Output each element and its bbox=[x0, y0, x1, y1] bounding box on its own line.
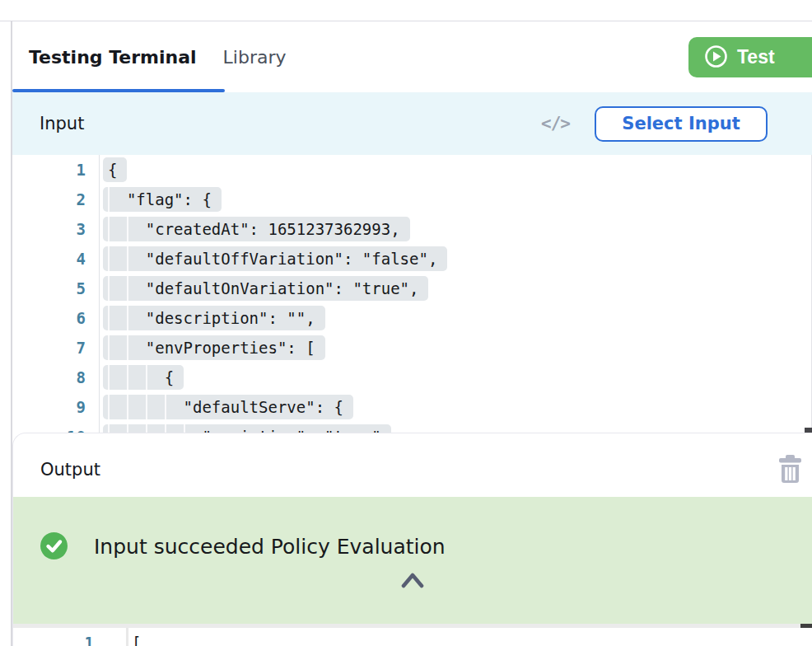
test-button-label: Test bbox=[737, 46, 775, 68]
code-line[interactable]: 10 "variation": "true" bbox=[12, 422, 811, 433]
line-number: 1 bbox=[77, 161, 86, 179]
editor-gutter: 5 bbox=[12, 274, 100, 303]
code-brackets-icon[interactable]: </> bbox=[541, 114, 570, 133]
editor-gutter: 1 bbox=[26, 628, 128, 646]
editor-gutter: 7 bbox=[12, 333, 100, 363]
code-line-content[interactable]: { bbox=[100, 155, 811, 185]
code-line-content[interactable]: { bbox=[100, 363, 811, 392]
code-text: { bbox=[100, 161, 117, 179]
testing-terminal-page: Testing Terminal Library Test Input </> … bbox=[0, 0, 812, 646]
editor-gutter: 1 bbox=[12, 155, 100, 185]
code-line[interactable]: 7 "envProperties": [ bbox=[12, 333, 811, 363]
chevron-up-icon[interactable] bbox=[399, 569, 427, 592]
code-text: "envProperties": [ bbox=[100, 339, 315, 357]
code-text: "defaultOffVariation": "false", bbox=[100, 250, 437, 268]
code-line-content[interactable]: "createdAt": 1651237362993, bbox=[100, 214, 811, 244]
select-input-button[interactable]: Select Input bbox=[595, 106, 768, 142]
tab-testing-terminal[interactable]: Testing Terminal bbox=[29, 47, 197, 68]
code-line-content[interactable]: "defaultServe": { bbox=[100, 392, 811, 422]
input-section-header: Input </> Select Input bbox=[12, 92, 812, 155]
code-line[interactable]: 5 "defaultOnVariation": "true", bbox=[12, 274, 811, 303]
code-text: "defaultOnVariation": "true", bbox=[100, 279, 419, 297]
code-line-content[interactable]: "defaultOffVariation": "false", bbox=[100, 244, 811, 274]
output-section-header: Output bbox=[13, 433, 812, 497]
input-editor-hscrollbar[interactable] bbox=[805, 428, 812, 433]
result-banner: Input succeeded Policy Evaluation bbox=[13, 497, 812, 624]
line-number: 2 bbox=[77, 190, 86, 208]
editor-gutter: 6 bbox=[12, 303, 100, 333]
editor-gutter: 9 bbox=[12, 392, 100, 422]
result-banner-message: Input succeeded Policy Evaluation bbox=[94, 535, 446, 559]
output-title: Output bbox=[40, 460, 100, 480]
code-line[interactable]: 6 "description": "", bbox=[12, 303, 811, 333]
line-number: 6 bbox=[77, 309, 86, 327]
editor-gutter: 2 bbox=[12, 185, 100, 214]
output-panel: Output Input succeeded Policy E bbox=[12, 433, 812, 646]
play-circle-icon bbox=[703, 44, 729, 72]
input-controls: </> Select Input bbox=[541, 106, 812, 142]
editor-gutter: 3 bbox=[12, 214, 100, 244]
tab-group: Testing Terminal Library bbox=[29, 21, 287, 92]
code-line[interactable]: 9 "defaultServe": { bbox=[12, 392, 811, 422]
code-line[interactable]: 3 "createdAt": 1651237362993, bbox=[12, 214, 811, 244]
code-line[interactable]: 8 { bbox=[12, 363, 811, 392]
code-line-content[interactable]: "flag": { bbox=[100, 185, 811, 214]
input-code-editor[interactable]: 1{2 "flag": {3 "createdAt": 165123736299… bbox=[12, 155, 812, 433]
test-button[interactable]: Test bbox=[688, 37, 812, 77]
code-text: "flag": { bbox=[100, 190, 212, 208]
code-text: "defaultServe": { bbox=[100, 398, 343, 416]
code-line-content[interactable]: "description": "", bbox=[100, 303, 811, 333]
code-line-content[interactable]: [ bbox=[128, 628, 812, 646]
code-line-content[interactable]: "envProperties": [ bbox=[100, 333, 811, 363]
code-text: [ bbox=[128, 634, 141, 646]
success-check-icon bbox=[40, 532, 68, 559]
line-number: 9 bbox=[77, 398, 86, 416]
line-number: 8 bbox=[77, 368, 86, 386]
input-title: Input bbox=[40, 114, 84, 133]
editor-gutter: 10 bbox=[12, 422, 100, 433]
code-line-content[interactable]: "defaultOnVariation": "true", bbox=[100, 274, 811, 303]
trash-icon[interactable] bbox=[777, 455, 803, 484]
line-number: 5 bbox=[77, 279, 86, 297]
code-line-content[interactable]: "variation": "true" bbox=[100, 422, 811, 433]
code-line[interactable]: 1[ bbox=[26, 628, 812, 646]
editor-gutter: 8 bbox=[12, 363, 100, 392]
tab-bar: Testing Terminal Library Test bbox=[12, 21, 812, 92]
line-number: 1 bbox=[85, 634, 94, 646]
tab-library[interactable]: Library bbox=[223, 47, 287, 68]
output-code-editor[interactable]: 1[ bbox=[26, 628, 812, 646]
code-text: "description": "", bbox=[100, 309, 315, 327]
code-line[interactable]: 4 "defaultOffVariation": "false", bbox=[12, 244, 811, 274]
code-text: { bbox=[100, 368, 174, 386]
code-line[interactable]: 1{ bbox=[12, 155, 811, 185]
code-text: "createdAt": 1651237362993, bbox=[100, 220, 400, 238]
line-number: 7 bbox=[77, 339, 86, 357]
code-line[interactable]: 2 "flag": { bbox=[12, 185, 811, 214]
line-number: 4 bbox=[77, 250, 86, 268]
line-number: 3 bbox=[77, 220, 86, 238]
editor-gutter: 4 bbox=[12, 244, 100, 274]
